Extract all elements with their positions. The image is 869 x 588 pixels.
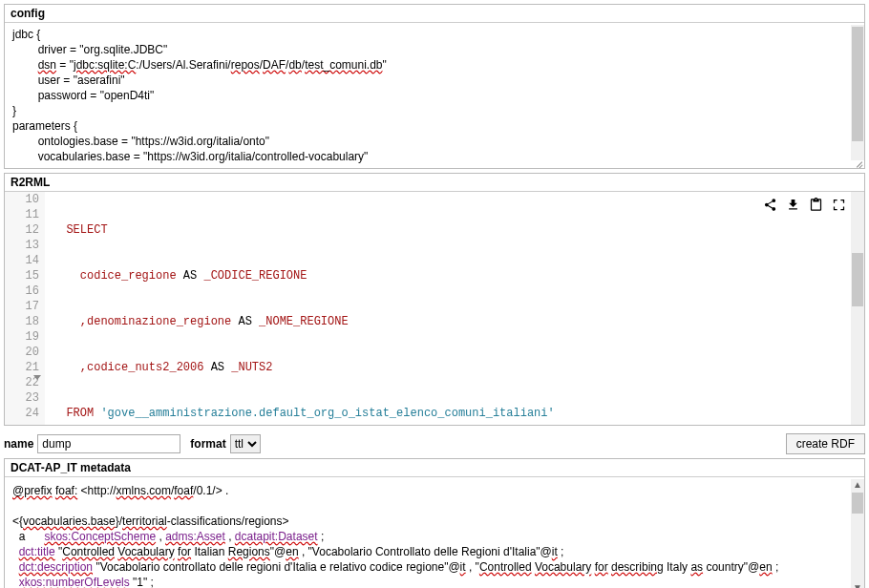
text: db <box>288 58 301 72</box>
editor-toolbar <box>761 196 847 213</box>
tok: dcatapit:Dataset <box>235 530 318 543</box>
line-number: 14 <box>5 253 39 268</box>
tok: AS <box>177 269 204 283</box>
indent <box>12 58 38 72</box>
format-select[interactable]: ttl <box>230 434 261 453</box>
tok: ; <box>558 545 564 558</box>
text: vocabularies.base = "https://w3id.org/it… <box>38 150 369 163</box>
text: } <box>12 104 16 117</box>
create-rdf-button[interactable]: create RDF <box>786 433 865 454</box>
metadata-title: DCAT-AP_IT metadata <box>5 459 864 477</box>
clipboard-icon[interactable] <box>807 196 824 213</box>
tok: }/ <box>116 514 122 528</box>
tok: "@ <box>270 545 286 558</box>
tok: , <box>156 530 165 543</box>
line-number: 11 <box>5 207 39 222</box>
tok: Italy <box>664 560 691 574</box>
tok: "1" ; <box>130 576 154 588</box>
name-label: name <box>4 437 33 451</box>
tok: en <box>286 545 298 558</box>
tok: /0.1/> . <box>193 484 228 497</box>
tok: Vocabulary <box>535 560 591 574</box>
text: password = "openD4ti" <box>38 89 155 102</box>
tok: ,codice_nuts2_2006 <box>80 361 204 374</box>
tok: vocabularies.base <box>23 514 116 528</box>
tok: as <box>690 560 703 574</box>
name-input[interactable] <box>37 434 180 453</box>
text: test_comuni.db <box>305 58 382 72</box>
scroll-up-icon[interactable]: ▲ <box>853 477 862 487</box>
tok: for <box>595 560 608 574</box>
config-scrollbar[interactable] <box>851 25 864 160</box>
tok: SELECT <box>66 223 107 237</box>
metadata-scrollbar[interactable]: ▲ ▼ <box>851 479 864 588</box>
line-number: 23 <box>5 390 39 406</box>
text: parameters { <box>12 119 77 133</box>
line-number: 13 <box>5 238 39 253</box>
tok: , " <box>466 560 479 574</box>
tok: _NOME_REGIONE <box>259 315 349 328</box>
metadata-panel: DCAT-AP_IT metadata @prefix foaf: <http:… <box>4 458 865 588</box>
indent <box>12 135 38 148</box>
tok: Controlled <box>479 560 532 574</box>
format-label: format <box>190 437 225 451</box>
editor-scrollbar[interactable] <box>851 192 864 425</box>
line-number: 16 <box>5 284 39 299</box>
editor-code[interactable]: SELECT codice_regione AS _CODICE_REGIONE… <box>45 192 851 425</box>
tok: ; <box>318 530 325 543</box>
scrollbar-thumb[interactable] <box>852 253 863 306</box>
tok: -classifications/regions> <box>167 514 289 528</box>
config-textarea[interactable]: jdbc { driver = "org.sqlite.JDBC" dsn = … <box>5 23 864 168</box>
tok: adms:Asset <box>165 530 225 543</box>
tok: , <box>225 530 235 543</box>
config-title: config <box>5 5 864 23</box>
r2rml-panel: R2RML 10 11 12 13 14 15 16 17 18 19 20 2… <box>4 173 865 426</box>
line-number: 10 <box>5 192 39 207</box>
tok: <http:// <box>77 484 116 497</box>
scrollbar-thumb[interactable] <box>852 493 863 514</box>
config-panel: config jdbc { driver = "org.sqlite.JDBC"… <box>4 4 865 169</box>
download-icon[interactable] <box>784 196 801 213</box>
tok: Regions <box>228 545 270 558</box>
tok: dct:title <box>19 545 55 558</box>
tok: Italian <box>191 545 228 558</box>
line-number: 18 <box>5 314 39 329</box>
indent <box>12 150 38 163</box>
text: DAF <box>263 58 286 72</box>
tok: @prefix <box>12 484 53 497</box>
text: jdbc { <box>12 28 40 41</box>
line-number: 24 <box>5 406 39 421</box>
indent <box>12 74 38 87</box>
text: jdbc:sqlite:C <box>74 58 136 72</box>
line-number: 21 <box>5 360 39 375</box>
tok: _NUTS2 <box>231 361 272 374</box>
tok: foaf <box>174 484 193 497</box>
tok: foaf: <box>55 484 77 497</box>
tok: en <box>759 560 772 574</box>
metadata-textarea[interactable]: @prefix foaf: <http://xmlns.com/foaf/0.1… <box>5 477 864 588</box>
text: :/Users/Al.Serafini/ <box>136 58 230 72</box>
line-number: 17 <box>5 299 39 314</box>
tok: describing <box>611 560 664 574</box>
fullscreen-icon[interactable] <box>830 196 847 213</box>
tok: xkos:numberOfLevels <box>19 576 130 588</box>
tok: AS <box>231 315 259 328</box>
fold-arrow-icon[interactable] <box>33 375 41 380</box>
tok: xmlns.com <box>117 484 171 497</box>
text: " <box>383 58 387 72</box>
scroll-down-icon[interactable]: ▼ <box>853 580 862 588</box>
tok: Controlled <box>62 545 115 558</box>
r2rml-editor[interactable]: 10 11 12 13 14 15 16 17 18 19 20 21 22 2… <box>5 192 864 425</box>
output-options-bar: name format ttl create RDF <box>4 430 865 458</box>
resize-handle-icon[interactable] <box>853 157 864 168</box>
tok: 'gove__amministrazione.default_org_o_ist… <box>94 407 554 420</box>
text: user = "aserafini" <box>38 74 125 87</box>
tok: <{ <box>12 514 23 528</box>
tok: for <box>178 545 191 558</box>
text: = " <box>56 58 74 72</box>
scrollbar-thumb[interactable] <box>852 27 863 141</box>
tok: ,denominazione_regione <box>80 315 231 328</box>
tok: country"@ <box>703 560 759 574</box>
share-icon[interactable] <box>761 196 778 213</box>
tok: skos:ConceptScheme <box>44 530 156 543</box>
